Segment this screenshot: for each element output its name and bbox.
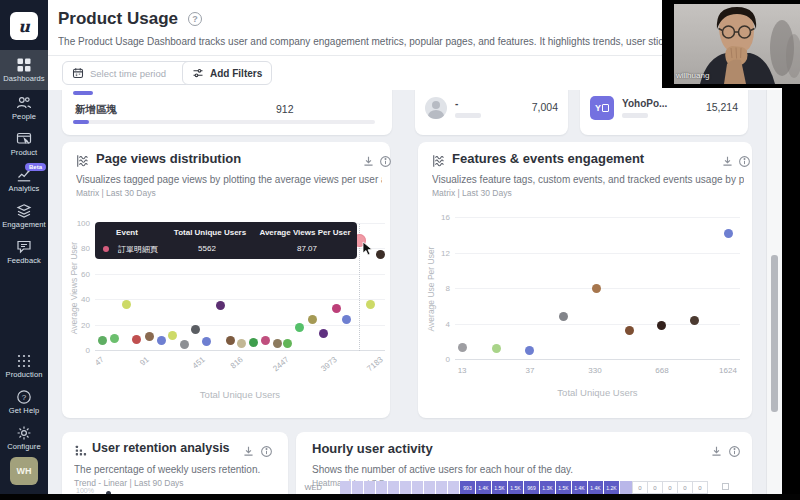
sidebar-item-engagement[interactable]: Engagement bbox=[0, 198, 48, 234]
heatmap-cell[interactable] bbox=[388, 481, 400, 494]
sidebar-nav: DashboardsPeopleProductAnalyticsBetaEnga… bbox=[0, 50, 48, 270]
info-icon[interactable] bbox=[379, 155, 392, 168]
data-point[interactable] bbox=[458, 343, 467, 352]
data-point[interactable] bbox=[559, 312, 568, 321]
sidebar-item-feedback[interactable]: Feedback bbox=[0, 234, 48, 270]
heatmap-cell[interactable]: 1.5K bbox=[556, 481, 572, 494]
card-title: Page views distribution bbox=[96, 151, 241, 166]
heatmap-cell[interactable]: 1.4K bbox=[572, 481, 588, 494]
heatmap-cell[interactable]: 0 bbox=[632, 481, 648, 494]
heatmap-cell[interactable]: 993 bbox=[460, 481, 476, 494]
heatmap-cell[interactable]: 0 bbox=[647, 481, 663, 494]
heatmap-cell[interactable]: 0 bbox=[692, 481, 708, 494]
data-point[interactable] bbox=[625, 326, 634, 335]
data-point[interactable] bbox=[122, 300, 131, 309]
scrollbar[interactable] bbox=[766, 90, 782, 494]
heatmap-cell[interactable]: 0 bbox=[662, 481, 678, 494]
download-icon[interactable] bbox=[721, 155, 734, 168]
data-point[interactable] bbox=[168, 331, 177, 340]
heatmap-cell[interactable] bbox=[424, 481, 436, 494]
userpilot-logo[interactable]: u bbox=[10, 12, 38, 40]
heatmap-cell[interactable] bbox=[352, 481, 364, 494]
help-icon[interactable]: ? bbox=[188, 12, 202, 26]
page-title: Product Usage bbox=[58, 9, 178, 29]
sidebar-item-configure[interactable]: Configure bbox=[0, 420, 48, 456]
data-point[interactable] bbox=[110, 334, 119, 343]
sidebar-item-analytics[interactable]: AnalyticsBeta bbox=[0, 162, 48, 198]
add-filters-button[interactable]: Add Filters bbox=[182, 61, 272, 85]
info-icon[interactable] bbox=[738, 155, 751, 168]
scrollbar-thumb[interactable] bbox=[771, 255, 778, 412]
user-avatar[interactable]: WH bbox=[10, 457, 38, 485]
heatmap-cell[interactable]: 0 bbox=[677, 481, 693, 494]
info-icon[interactable] bbox=[260, 445, 273, 458]
heatmap-cell[interactable] bbox=[412, 481, 424, 494]
data-point[interactable] bbox=[237, 339, 246, 348]
heatmap-cell[interactable]: 1.4K bbox=[588, 481, 604, 494]
download-icon[interactable] bbox=[362, 155, 375, 168]
heatmap-row-label: WED bbox=[298, 483, 322, 492]
data-point[interactable] bbox=[98, 336, 107, 345]
x-tick-label: 2447 bbox=[262, 355, 291, 381]
heatmap-cell[interactable]: 1.5K bbox=[508, 481, 524, 494]
heatmap-cell[interactable] bbox=[448, 481, 460, 494]
time-period-select[interactable]: Select time period bbox=[62, 61, 198, 85]
top-pages-card: 新增區塊 912 bbox=[62, 90, 392, 135]
blurred-subtext bbox=[455, 113, 481, 118]
heatmap-cell[interactable]: 1.3K bbox=[540, 481, 556, 494]
heatmap-cell[interactable]: 1.5K bbox=[492, 481, 508, 494]
info-icon[interactable] bbox=[728, 445, 741, 458]
matrix-chart-icon bbox=[432, 154, 446, 168]
data-point[interactable] bbox=[332, 304, 341, 313]
data-point[interactable] bbox=[249, 338, 258, 347]
data-point[interactable] bbox=[216, 301, 225, 310]
heatmap-cell[interactable] bbox=[436, 481, 448, 494]
data-point[interactable] bbox=[283, 339, 292, 348]
data-point[interactable] bbox=[157, 336, 166, 345]
heatmap-cell[interactable] bbox=[376, 481, 388, 494]
data-point[interactable] bbox=[525, 346, 534, 355]
data-point[interactable] bbox=[319, 329, 328, 338]
data-point[interactable] bbox=[492, 344, 501, 353]
sidebar-item-dashboards[interactable]: Dashboards bbox=[0, 50, 48, 90]
y-tick-label: 60 bbox=[66, 271, 90, 279]
sidebar-item-gethelp[interactable]: ?Get Help bbox=[0, 384, 48, 420]
heatmap-cell[interactable] bbox=[400, 481, 412, 494]
data-point[interactable] bbox=[592, 284, 601, 293]
heatmap-cell[interactable] bbox=[364, 481, 376, 494]
data-point[interactable] bbox=[202, 337, 211, 346]
product-icon bbox=[16, 131, 32, 147]
data-point[interactable] bbox=[308, 315, 317, 324]
data-point[interactable] bbox=[226, 336, 235, 345]
data-point[interactable] bbox=[273, 339, 282, 348]
download-icon[interactable] bbox=[242, 445, 255, 458]
data-point[interactable] bbox=[145, 332, 154, 341]
data-point[interactable] bbox=[724, 229, 733, 238]
chart-tooltip: Event Total Unique Users Average Views P… bbox=[95, 222, 357, 259]
heatmap-cell[interactable]: 969 bbox=[524, 481, 540, 494]
y-tick-label: 20 bbox=[66, 322, 90, 330]
heatmap-cell[interactable]: 1.2K bbox=[604, 481, 620, 494]
gridline bbox=[455, 253, 740, 254]
sidebar-item-production[interactable]: Production bbox=[0, 348, 48, 384]
data-point[interactable] bbox=[376, 250, 385, 259]
sidebar-item-product[interactable]: Product bbox=[0, 126, 48, 162]
y-tick-label: 0 bbox=[426, 356, 450, 364]
data-point[interactable] bbox=[261, 336, 270, 345]
data-point[interactable] bbox=[191, 325, 200, 334]
heatmap-cell[interactable] bbox=[340, 481, 352, 494]
sidebar-item-people[interactable]: People bbox=[0, 90, 48, 126]
data-point[interactable] bbox=[295, 323, 304, 332]
screen-edge-bottom bbox=[0, 494, 800, 500]
y-tick-label: 100 bbox=[66, 220, 90, 228]
data-point[interactable] bbox=[180, 340, 189, 349]
data-point[interactable] bbox=[132, 335, 141, 344]
data-point[interactable] bbox=[342, 315, 351, 324]
data-point[interactable] bbox=[366, 300, 375, 309]
download-icon[interactable] bbox=[710, 445, 723, 458]
sidebar-item-label: Feedback bbox=[7, 256, 41, 265]
heatmap-cell[interactable]: 1.4K bbox=[476, 481, 492, 494]
data-point[interactable] bbox=[657, 321, 666, 330]
gridline bbox=[95, 299, 385, 300]
card-meta: Matrix | Last 30 Days bbox=[76, 188, 156, 198]
